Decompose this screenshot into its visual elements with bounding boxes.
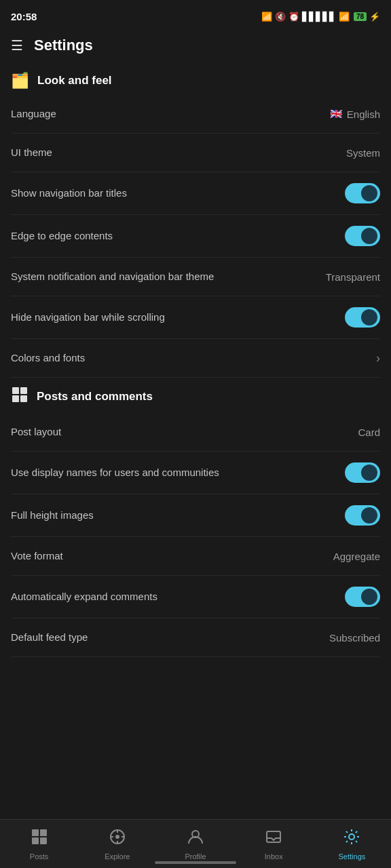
posts-and-comments-icon [11,386,29,408]
setting-show-nav-bar-titles[interactable]: Show navigation bar titles [0,172,391,214]
default-feed-type-label: Default feed type [11,631,329,644]
setting-display-names[interactable]: Use display names for users and communit… [0,452,391,494]
post-layout-value: Card [358,427,380,438]
vote-format-label: Vote format [11,549,333,563]
bluetooth-icon: 📶 [261,12,272,22]
hide-nav-bar-scrolling-label: Hide navigation bar while scrolling [11,311,345,324]
svg-rect-6 [32,837,39,844]
svg-rect-7 [40,837,47,844]
full-height-images-label: Full height images [11,509,345,522]
look-and-feel-icon: 🗂️ [11,72,29,90]
nav-item-posts[interactable]: Posts [0,828,78,861]
profile-nav-icon [187,828,204,850]
default-feed-type-value: Subscribed [329,632,380,644]
setting-vote-format[interactable]: Vote format Aggregate [0,537,391,575]
mute-icon: 🔇 [275,12,286,22]
status-time: 20:58 [11,11,37,22]
charging-icon: ⚡ [369,12,380,22]
nav-item-profile[interactable]: Profile [156,828,234,861]
explore-nav-label: Explore [105,852,130,861]
section-look-and-feel: 🗂️ Look and feel [0,64,391,95]
auto-expand-comments-toggle[interactable] [345,587,380,607]
ui-theme-value: System [346,147,380,159]
setting-default-feed-type[interactable]: Default feed type Subscribed [0,618,391,656]
posts-nav-label: Posts [30,852,49,861]
settings-nav-label: Settings [339,852,366,861]
menu-icon[interactable]: ☰ [11,37,23,54]
setting-hide-nav-bar-scrolling[interactable]: Hide navigation bar while scrolling [0,296,391,338]
setting-ui-theme[interactable]: UI theme System [0,134,391,172]
nav-item-explore[interactable]: Explore [78,828,156,861]
auto-expand-comments-label: Automatically expand comments [11,590,345,604]
battery-icon: 78 [354,12,367,21]
settings-content: 🗂️ Look and feel Language 🇬🇧 English UI … [0,64,391,711]
svg-rect-2 [12,395,19,402]
chevron-right-icon: › [376,351,380,366]
section-look-and-feel-title: Look and feel [37,74,112,87]
nav-item-settings[interactable]: Settings [313,828,391,861]
wifi-icon: 📶 [339,12,350,22]
full-height-images-toggle[interactable] [345,505,380,526]
status-icons: 📶 🔇 ⏰ ▋▋▋▋▋ 📶 78 ⚡ [261,12,380,22]
section-posts-and-comments: Posts and comments [0,378,391,413]
svg-rect-4 [32,829,39,836]
profile-nav-label: Profile [185,852,206,861]
setting-language[interactable]: Language 🇬🇧 English [0,95,391,133]
svg-rect-1 [20,387,27,394]
setting-full-height-images[interactable]: Full height images [0,494,391,536]
divider [11,656,380,657]
alarm-icon: ⏰ [288,12,299,22]
colors-and-fonts-label: Colors and fonts [11,351,376,365]
show-nav-bar-titles-toggle[interactable] [345,183,380,203]
app-header: ☰ Settings [0,30,391,64]
svg-point-16 [349,834,354,840]
hide-nav-bar-scrolling-toggle[interactable] [345,307,380,328]
inbox-nav-label: Inbox [265,852,283,861]
language-label: Language [11,107,330,121]
flag-icon: 🇬🇧 [330,108,343,120]
home-indicator [155,861,236,864]
inbox-nav-icon [265,828,282,850]
posts-nav-icon [31,828,48,850]
section-posts-and-comments-title: Posts and comments [37,390,153,403]
svg-rect-3 [20,395,27,402]
svg-point-9 [115,835,119,839]
post-layout-label: Post layout [11,425,358,439]
sys-notif-nav-bar-label: System notification and navigation bar t… [11,270,326,283]
setting-sys-notif-nav-bar[interactable]: System notification and navigation bar t… [0,258,391,296]
vote-format-value: Aggregate [333,551,380,562]
setting-auto-expand-comments[interactable]: Automatically expand comments [0,576,391,618]
setting-edge-to-edge[interactable]: Edge to edge contents [0,215,391,257]
language-value: 🇬🇧 English [330,108,380,120]
page-title: Settings [34,37,93,54]
sys-notif-nav-bar-value: Transparent [326,271,380,283]
status-bar: 20:58 📶 🔇 ⏰ ▋▋▋▋▋ 📶 78 ⚡ [0,0,391,30]
ui-theme-label: UI theme [11,146,346,159]
edge-to-edge-toggle[interactable] [345,226,380,246]
display-names-toggle[interactable] [345,462,380,483]
nav-item-inbox[interactable]: Inbox [235,828,313,861]
show-nav-bar-titles-label: Show navigation bar titles [11,186,345,200]
svg-rect-5 [40,829,47,836]
setting-post-layout[interactable]: Post layout Card [0,413,391,451]
svg-rect-0 [12,387,19,394]
edge-to-edge-label: Edge to edge contents [11,229,345,243]
display-names-label: Use display names for users and communit… [11,466,345,479]
signal-icon: ▋▋▋▋▋ [302,12,336,22]
setting-colors-and-fonts[interactable]: Colors and fonts › [0,339,391,377]
explore-nav-icon [109,828,126,850]
settings-nav-icon [343,828,360,850]
